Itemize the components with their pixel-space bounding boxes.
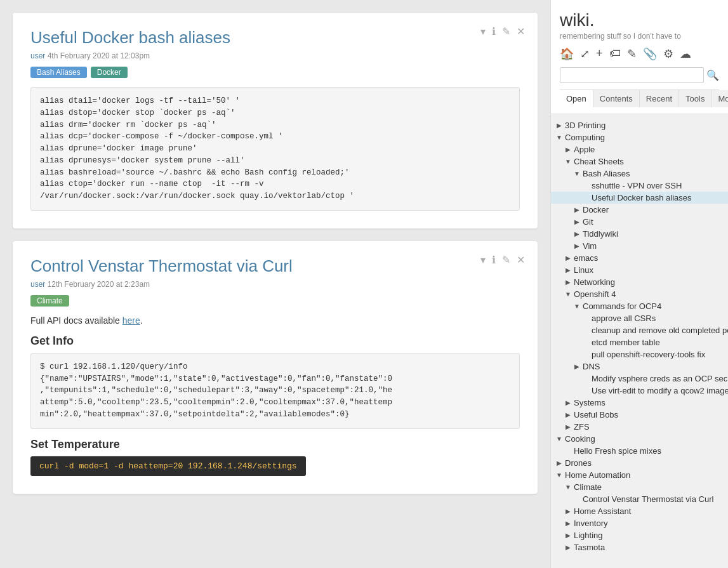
tree-item-sshuttle[interactable]: sshuttle - VPN over SSH [551, 180, 728, 192]
tree-toggle-use-virt-edit [581, 386, 590, 395]
search-input[interactable] [560, 67, 704, 83]
tag-bash-aliases[interactable]: Bash Aliases [30, 67, 87, 78]
tree-label-3d-printing: 3D Printing [565, 121, 606, 130]
tree-toggle-useful-bobs: ▶ [564, 411, 572, 419]
tree-item-inventory[interactable]: ▶Inventory [551, 517, 728, 529]
tree-item-docker[interactable]: ▶Docker [551, 204, 728, 216]
tree-toggle-cooking: ▼ [555, 435, 564, 444]
tree-item-vim[interactable]: ▶Vim [551, 240, 728, 252]
tab-more[interactable]: More [711, 90, 728, 107]
tree-toggle-bash-aliases: ▼ [572, 169, 581, 178]
tree-label-openshift4: Openshift 4 [574, 289, 616, 299]
tree-toggle-networking: ▶ [564, 278, 572, 287]
intro-text: Full API docs available here. [30, 315, 520, 326]
edit-icon[interactable]: ✎ [502, 27, 510, 37]
tree-item-bash-aliases[interactable]: ▼Bash Aliases [551, 168, 728, 180]
tree-item-zfs[interactable]: ▶ZFS [551, 421, 728, 433]
info-icon[interactable]: ℹ [492, 27, 496, 37]
tree-item-commands-ocp4[interactable]: ▼Commands for OCP4 [551, 300, 728, 312]
tree-label-cheat-sheets: Cheat Sheets [574, 157, 624, 166]
info-icon[interactable]: ℹ [492, 255, 496, 265]
tree-item-dns[interactable]: ▶DNS [551, 360, 728, 373]
tree-item-useful-docker[interactable]: Useful Docker bash aliases [551, 192, 728, 204]
tree-label-control-venstar: Control Venstar Thermostat via Curl [583, 494, 713, 504]
tree-item-home-automation[interactable]: ▼Home Automation [551, 469, 728, 481]
card-title: Control Venstar Thermostat via Curl [30, 256, 520, 276]
tree-item-climate[interactable]: ▼Climate [551, 481, 728, 493]
tree-item-cooking[interactable]: ▼Cooking [551, 433, 728, 445]
tree-item-hello-fresh[interactable]: Hello Fresh spice mixes [551, 445, 728, 457]
paperclip-icon[interactable]: 📎 [643, 47, 657, 61]
edit-icon[interactable]: ✎ [502, 255, 510, 265]
tree-label-lighting: Lighting [574, 531, 603, 540]
cloud-icon[interactable]: ☁ [680, 47, 691, 61]
tree-toggle-approve-csrs [581, 314, 590, 323]
tree-item-modify-vsphere[interactable]: Modify vsphere creds as an OCP secret [551, 373, 728, 385]
add-icon[interactable]: + [596, 47, 603, 61]
collapse-icon[interactable]: ▾ [480, 255, 486, 265]
tree-toggle-docker: ▶ [572, 206, 581, 215]
tree-item-home-assistant[interactable]: ▶Home Assistant [551, 505, 728, 517]
tree-item-systems[interactable]: ▶Systems [551, 397, 728, 409]
tree-item-computing[interactable]: ▼Computing [551, 131, 728, 143]
tree-label-zfs: ZFS [574, 422, 590, 432]
tree-item-useful-bobs[interactable]: ▶Useful Bobs [551, 409, 728, 421]
tree-toggle-inventory: ▶ [564, 519, 572, 528]
tab-contents[interactable]: Contents [593, 90, 640, 107]
edit-icon[interactable]: ✎ [627, 47, 637, 61]
tree-label-useful-docker: Useful Docker bash aliases [592, 193, 692, 202]
tree-item-linux[interactable]: ▶Linux [551, 264, 728, 276]
tree-label-cleanup-pods: cleanup and remove old completed pods [592, 326, 728, 335]
tree-item-cheat-sheets[interactable]: ▼Cheat Sheets [551, 155, 728, 168]
tree-item-openshift4[interactable]: ▼Openshift 4 [551, 288, 728, 300]
tree-item-control-venstar[interactable]: Control Venstar Thermostat via Curl [551, 493, 728, 505]
tree-label-sshuttle: sshuttle - VPN over SSH [592, 181, 682, 190]
sidebar: wiki. remembering stuff so I don't have … [550, 0, 728, 568]
tree-item-drones[interactable]: ▶Drones [551, 457, 728, 469]
tree-item-pull-openshift[interactable]: pull openshift-recovery-tools fix [551, 348, 728, 360]
tree-toggle-climate: ▼ [564, 483, 572, 492]
tree-item-networking[interactable]: ▶Networking [551, 276, 728, 288]
tag-docker[interactable]: Docker [91, 67, 128, 78]
tag-climate[interactable]: Climate [30, 295, 69, 307]
tree-item-etcd-member[interactable]: etcd member table [551, 336, 728, 348]
user-link[interactable]: user [30, 51, 45, 60]
tab-open[interactable]: Open [560, 90, 593, 107]
wiki-title: wiki. [560, 10, 719, 30]
tree-label-git: Git [583, 217, 593, 227]
tree-item-tasmota[interactable]: ▶Tasmota [551, 541, 728, 553]
tree-toggle-dns: ▶ [572, 362, 581, 371]
tab-tools[interactable]: Tools [679, 90, 711, 107]
tree-item-lighting[interactable]: ▶Lighting [551, 529, 728, 541]
tree-item-emacs[interactable]: ▶emacs [551, 252, 728, 264]
tag-icon[interactable]: 🏷 [609, 47, 621, 61]
tree-toggle-systems: ▶ [564, 399, 572, 407]
tree-label-docker: Docker [583, 205, 609, 215]
tree-label-approve-csrs: approve all CSRs [592, 314, 656, 323]
resize-icon[interactable]: ⤢ [580, 47, 590, 61]
code-block: $ curl 192.168.1.120/query/info {"name":… [30, 353, 520, 429]
tree-item-apple[interactable]: ▶Apple [551, 143, 728, 155]
tree-item-3d-printing[interactable]: ▶3D Printing [551, 119, 728, 131]
tree-toggle-control-venstar [572, 495, 581, 504]
tree-item-tiddlywiki[interactable]: ▶Tiddlywiki [551, 228, 728, 240]
tree-label-linux: Linux [574, 265, 593, 275]
user-link[interactable]: user [30, 280, 45, 289]
tree-item-approve-csrs[interactable]: approve all CSRs [551, 312, 728, 324]
tree-item-use-virt-edit[interactable]: Use virt-edit to modify a qcow2 image [551, 385, 728, 397]
close-icon[interactable]: ✕ [517, 255, 525, 265]
tree-label-home-automation: Home Automation [565, 470, 630, 480]
tree-item-cleanup-pods[interactable]: cleanup and remove old completed pods [551, 324, 728, 336]
collapse-icon[interactable]: ▾ [480, 27, 486, 37]
tree-item-git[interactable]: ▶Git [551, 216, 728, 228]
toolbar: 🏠⤢+🏷✎📎⚙☁ [560, 47, 719, 61]
close-icon[interactable]: ✕ [517, 27, 525, 37]
tab-recent[interactable]: Recent [640, 90, 679, 107]
here-link[interactable]: here [122, 315, 140, 326]
card-card-docker: ▾ℹ✎✕Useful Docker bash aliasesuser 4th F… [13, 13, 538, 228]
card-meta: user 12th February 2020 at 2:23am [30, 280, 520, 289]
search-button[interactable]: 🔍 [706, 69, 719, 81]
tree-toggle-hello-fresh [564, 447, 572, 456]
settings-icon[interactable]: ⚙ [663, 47, 673, 61]
home-icon[interactable]: 🏠 [560, 47, 574, 61]
